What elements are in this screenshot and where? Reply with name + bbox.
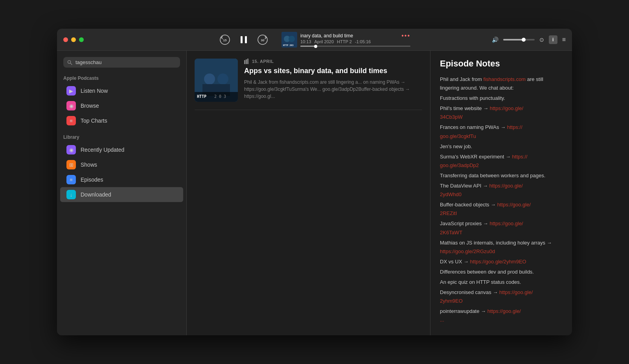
notes-line-8: The DataView API → https://goo.gle/2ydWh… <box>440 182 563 199</box>
link-3cgkftu[interactable]: https://goo.gle/3cgkfTu <box>440 124 522 139</box>
app-window: 15 30 <box>57 29 572 335</box>
progress-container: inary data, and build time ••• 10:13 Apr… <box>300 32 410 47</box>
library-label: Library <box>57 133 186 142</box>
svg-point-14 <box>217 74 228 85</box>
episode-show-mini: HTTP 2 <box>337 39 352 44</box>
remaining-time: -1:05:16 <box>355 39 371 44</box>
sidebar-item-recently-updated[interactable]: ◉ Recently Updated <box>60 142 183 157</box>
episode-title: Apps vs sites, binary data, and build ti… <box>244 66 422 75</box>
menu-button[interactable]: ≡ <box>562 36 566 43</box>
notes-line-1: Phil and Jack from fishandscripts.com ar… <box>440 75 563 92</box>
sidebar-item-episodes[interactable]: ≡ Episodes <box>60 172 183 187</box>
downloaded-icon: ↓ <box>66 190 76 199</box>
sidebar-item-downloaded[interactable]: ↓ Downloaded <box>60 187 183 202</box>
notes-title: Episode Notes <box>440 59 563 69</box>
notes-line-13: Differences between dev and prod builds. <box>440 268 563 276</box>
volume-thumb <box>522 38 526 42</box>
more-options-dots[interactable]: ••• <box>401 32 410 39</box>
volume-slider[interactable] <box>503 39 535 40</box>
link-2ydwhd0[interactable]: https://goo.gle/2ydWhd0 <box>440 183 523 197</box>
traffic-lights <box>63 37 84 42</box>
notes-content: Phil and Jack from fishandscripts.com ar… <box>440 75 563 324</box>
titlebar: 15 30 <box>57 29 572 51</box>
svg-text:30: 30 <box>261 39 265 42</box>
shows-icon: ⊞ <box>66 160 76 169</box>
svg-rect-21 <box>247 59 248 64</box>
now-playing-title: inary data, and build time <box>300 33 353 39</box>
notes-line-4: Frances on naming PWAs → https://goo.gle… <box>440 123 563 140</box>
notes-line-3: Phil's time website → https://goo.gle/34… <box>440 104 563 121</box>
browse-icon: ◉ <box>66 101 76 110</box>
top-charts-label: Top Charts <box>81 118 107 124</box>
notes-line-10: JavaScript proxies → https://goo.gle/2K6… <box>440 219 563 237</box>
top-charts-icon: ≡ <box>66 116 76 125</box>
link-34cb3pw[interactable]: https://goo.gle/34Cb3pW <box>440 105 523 120</box>
pause-button[interactable] <box>237 33 250 46</box>
fishandscripts-link[interactable]: fishandscripts.com <box>484 76 526 82</box>
volume-icon: 🔊 <box>492 37 498 43</box>
notes-line-5: Jen's new job. <box>440 142 563 151</box>
sidebar: Apple Podcasts ▶ Listen Now ◉ Browse ≡ T… <box>57 51 187 335</box>
recently-updated-label: Recently Updated <box>81 147 124 153</box>
svg-text:HTTP 203: HTTP 203 <box>283 44 294 46</box>
apple-podcasts-label: Apple Podcasts <box>57 74 186 83</box>
svg-line-11 <box>70 63 72 64</box>
skip-back-button[interactable]: 15 <box>219 33 231 46</box>
progress-bar[interactable] <box>300 46 410 47</box>
player-controls: 15 30 <box>219 32 410 48</box>
notes-line-15: Desyncronised canvas → https://goo.gle/2… <box>440 288 563 305</box>
link-pointer[interactable]: https://goo.gle/... <box>440 308 521 323</box>
episodes-label: Episodes <box>81 176 103 183</box>
episode-item: HTTP 2 0 3 15. APRIL Apps vs <box>195 59 422 110</box>
sidebar-item-browse[interactable]: ◉ Browse <box>60 98 183 113</box>
info-button[interactable]: i <box>549 35 557 44</box>
notes-line-11: Mathias on JS internals, including holey… <box>440 239 563 256</box>
recently-updated-icon: ◉ <box>66 145 76 154</box>
link-2k6tawt[interactable]: https://goo.gle/2K6TaWT <box>440 221 523 235</box>
svg-point-8 <box>289 36 295 42</box>
link-2rgzu0d[interactable]: https://goo.gle/2RGzu0d <box>440 248 495 254</box>
svg-point-13 <box>204 74 215 85</box>
thumbnail-image: HTTP 2 0 3 <box>195 59 238 102</box>
listen-now-icon: ▶ <box>66 86 76 96</box>
sidebar-item-shows[interactable]: ⊞ Shows <box>60 157 183 172</box>
right-controls: 🔊 ⊙ i ≡ <box>492 35 566 44</box>
shows-label: Shows <box>81 162 97 168</box>
episode-info: 15. APRIL Apps vs sites, binary data, an… <box>244 59 422 102</box>
main-content: Apple Podcasts ▶ Listen Now ◉ Browse ≡ T… <box>57 51 572 335</box>
episode-date: 15. APRIL <box>244 59 422 64</box>
svg-text:15: 15 <box>223 39 227 42</box>
skip-forward-button[interactable]: 30 <box>256 33 269 46</box>
notes-line-12: DX vs UX → https://goo.gle/2yhm9EO <box>440 257 563 266</box>
svg-text:2 0 3: 2 0 3 <box>214 94 226 99</box>
svg-rect-2 <box>241 36 243 43</box>
link-2rezitl[interactable]: https://goo.gle/2REZitI <box>440 202 531 216</box>
link-3adpdp2[interactable]: https://goo.gle/3adpDp2 <box>440 154 528 168</box>
bars-chart-icon <box>244 59 250 64</box>
sidebar-item-top-charts[interactable]: ≡ Top Charts <box>60 113 183 128</box>
search-icon <box>67 60 72 65</box>
link-desync[interactable]: https://goo.gle/2yhm9EO <box>440 289 533 304</box>
now-playing-area: HTTP 203 inary data, and build time ••• … <box>281 32 410 48</box>
notes-line-2: Fustractions with punctuality. <box>440 94 563 103</box>
browse-label: Browse <box>81 103 99 109</box>
airplay-icon[interactable]: ⊙ <box>539 37 544 43</box>
search-container[interactable] <box>63 57 180 68</box>
link-2yhm9eo[interactable]: https://goo.gle/2yhm9EO <box>470 259 526 265</box>
svg-rect-20 <box>246 59 247 64</box>
notes-line-9: Buffer-backed objects → https://goo.gle/… <box>440 200 563 218</box>
episodes-icon: ≡ <box>66 175 76 184</box>
svg-rect-3 <box>245 36 247 43</box>
maximize-button[interactable] <box>79 37 84 42</box>
sidebar-item-listen-now[interactable]: ▶ Listen Now <box>60 83 183 98</box>
progress-fill <box>300 46 316 47</box>
notes-line-16: pointerrawupdate → https://goo.gle/... <box>440 307 563 324</box>
svg-point-10 <box>68 60 70 63</box>
episode-panel: HTTP 2 0 3 15. APRIL Apps vs <box>187 51 430 335</box>
close-button[interactable] <box>63 37 68 42</box>
progress-thumb <box>314 45 317 48</box>
search-input[interactable] <box>75 59 176 65</box>
minimize-button[interactable] <box>71 37 76 42</box>
notes-line-6: Surma's WebXR experiment → https://goo.g… <box>440 153 563 170</box>
episode-date-mini: April 2020 <box>314 39 334 44</box>
